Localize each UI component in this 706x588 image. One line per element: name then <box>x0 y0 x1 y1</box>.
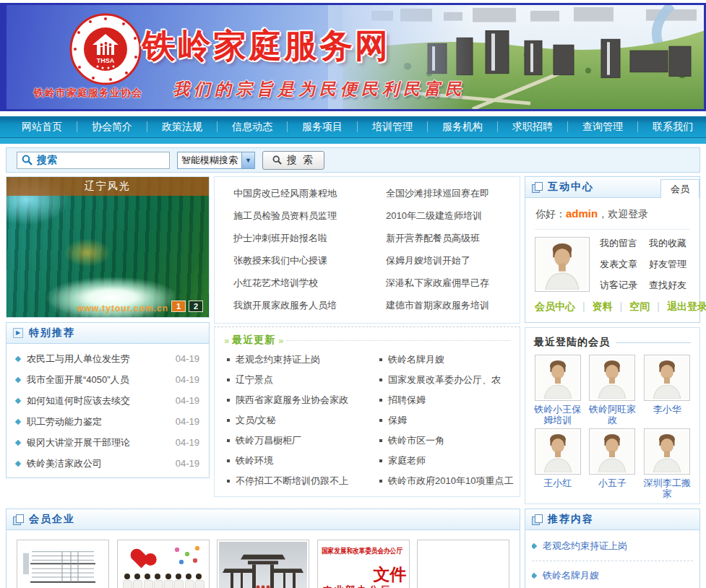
member-avatar[interactable] <box>589 428 635 475</box>
update-item[interactable]: 辽宁景点 <box>215 370 367 390</box>
update-item[interactable]: 铁岭环境 <box>215 451 367 471</box>
interact-center-header: 互动中心 会员 <box>525 177 699 198</box>
member-tab[interactable]: 会员 <box>660 179 699 198</box>
search-mode-select[interactable]: 智能模糊搜索 ▼ <box>177 152 255 169</box>
photo-slider[interactable]: 辽宁风光 www.tytour.com.cn 12 <box>6 176 210 318</box>
profile-link[interactable]: 我的留言 <box>600 237 637 250</box>
special-item[interactable]: 铁岭美洁家政公司 04-19 <box>7 453 209 474</box>
profile-link[interactable]: 我的收藏 <box>649 237 686 250</box>
special-item[interactable]: 银冈大讲堂开展干部理论 04-19 <box>7 432 209 453</box>
nav-item[interactable]: 联系我们 <box>638 121 706 132</box>
company-item[interactable]: 国家发展和改革委员会办公厅 农业部办公厅 文件 国家发展改革委办公 <box>317 540 410 588</box>
news-item[interactable]: 新开营养配餐员高级班 <box>367 227 520 249</box>
nav-item[interactable]: 查询管理 <box>568 121 638 132</box>
member-avatar[interactable] <box>535 428 581 475</box>
update-item[interactable]: 文员/文秘 <box>215 410 367 431</box>
member-name[interactable]: 铁岭小王保姆培训 <box>531 404 585 425</box>
account-action-link[interactable]: 资料 <box>575 301 613 314</box>
update-item[interactable]: 铁岭万昌橱柜厂 <box>215 431 367 451</box>
nav-item[interactable]: 服务机构 <box>428 121 498 132</box>
avatar-figure <box>591 357 633 399</box>
update-item[interactable]: 陕西省家庭服务业协会家政 <box>215 390 367 410</box>
nav-item[interactable]: 求职招聘 <box>498 121 568 132</box>
account-action-link[interactable]: 空间 <box>613 301 650 314</box>
square-bullet-icon <box>227 379 230 381</box>
update-item[interactable]: 铁岭名牌月嫂 <box>367 350 520 370</box>
org-name: 铁岭市家庭服务业协会 <box>34 87 142 100</box>
search-input[interactable] <box>37 155 165 166</box>
nav-item[interactable]: 服务项目 <box>288 121 358 132</box>
account-action-link[interactable]: 会员中心 <box>535 301 575 314</box>
member-item[interactable]: 铁岭阿旺家政 <box>586 355 640 425</box>
company-item[interactable]: 辽宁景点 <box>217 540 309 588</box>
recommended-item[interactable]: 老观念约束持证上岗 <box>532 532 693 561</box>
member-avatar[interactable] <box>644 355 690 401</box>
company-item[interactable]: 老观念约束持证上岗 <box>17 540 109 588</box>
profile-link[interactable]: 发表文章 <box>600 258 637 271</box>
member-item[interactable]: 小五子 <box>586 428 640 499</box>
update-item[interactable]: 保姆 <box>367 410 520 431</box>
special-item[interactable]: 职工劳动能力鉴定 04-19 <box>7 411 209 432</box>
member-avatar[interactable] <box>535 355 581 401</box>
news-item[interactable]: 深港私下家政雇佣早已存 <box>367 272 520 294</box>
nav-item[interactable]: 培训管理 <box>358 121 428 132</box>
update-item[interactable]: 老观念约束持证上岗 <box>215 350 367 370</box>
update-item[interactable]: 不停招工不断培训仍跟不上 <box>215 471 367 491</box>
profile-link[interactable]: 访客记录 <box>600 279 637 292</box>
member-avatar[interactable] <box>589 355 635 401</box>
update-item[interactable]: 家庭老师 <box>367 451 520 471</box>
news-item[interactable]: 全国沙滩排球巡回赛在即 <box>367 182 520 204</box>
recommended-item[interactable]: 铁岭名牌月嫂 <box>532 561 693 588</box>
news-item[interactable]: 施工员检验员资料员监理 <box>215 204 367 227</box>
username: admin <box>566 207 598 220</box>
news-item[interactable]: 护士冲刺班开始报名啦 <box>215 227 367 249</box>
news-item[interactable]: 我旗开展家政服务人员培 <box>215 294 367 316</box>
search-field[interactable] <box>17 152 170 169</box>
news-item[interactable]: 保姆月嫂培训开始了 <box>367 249 520 272</box>
recommended-panel: 推荐内容 老观念约束持证上岗 铁岭名牌月嫂 辽宁景点 国家发展改革委办公厅、农业… <box>525 509 700 588</box>
news-item[interactable]: 张教授来我们中心授课 <box>215 249 367 272</box>
member-name[interactable]: 铁岭阿旺家政 <box>586 404 640 425</box>
special-item[interactable]: 如何知道何时应该去续交 04-19 <box>7 390 209 411</box>
nav-item[interactable]: 信息动态 <box>218 121 288 132</box>
member-name[interactable]: 王小红 <box>531 477 585 488</box>
special-item[interactable]: 我市全面开展“4050”人员 04-19 <box>7 369 209 390</box>
news-item[interactable]: 建德市首期家政服务培训 <box>367 294 520 316</box>
update-item[interactable]: 国家发展改革委办公厅、农 <box>367 370 520 390</box>
member-item[interactable]: 铁岭小王保姆培训 <box>531 355 585 425</box>
nav-item[interactable]: 协会简介 <box>77 121 147 132</box>
slider-page-button[interactable]: 1 <box>171 301 186 312</box>
member-name[interactable]: 深圳李工搬家 <box>640 477 694 499</box>
account-action-link[interactable]: 退出登录 <box>650 301 706 314</box>
profile-link[interactable]: 查找好友 <box>649 279 686 292</box>
news-item[interactable]: 小红花艺术培训学校 <box>215 272 367 294</box>
square-bullet-icon <box>227 480 230 483</box>
member-item[interactable]: 深圳李工搬家 <box>640 428 694 499</box>
avatar-figure <box>646 357 688 399</box>
update-item[interactable]: 铁岭市政府2010年10项重点工 <box>367 471 520 491</box>
chevron-down-icon[interactable]: ▼ <box>241 152 254 168</box>
news-item[interactable]: 中国房改已经风雨兼程地 <box>215 182 367 204</box>
company-item[interactable]: 辽宁风光 <box>417 540 509 588</box>
member-item[interactable]: 李小华 <box>640 355 694 425</box>
member-avatar[interactable] <box>644 428 690 475</box>
update-item[interactable]: 招聘保姆 <box>367 390 520 410</box>
slider-page-button[interactable]: 2 <box>189 301 203 312</box>
diamond-bullet-icon <box>15 439 21 445</box>
search-button[interactable]: 搜 索 <box>262 151 324 170</box>
news-item[interactable]: 2010年二级建造师培训 <box>367 204 520 227</box>
company-item[interactable]: 铁岭名牌月嫂 <box>117 540 210 588</box>
red-doc-stamp: 文件 <box>374 563 407 586</box>
nav-item[interactable]: 政策法规 <box>147 121 218 132</box>
special-item[interactable]: 农民工与用人单位发生劳 04-19 <box>7 348 209 369</box>
update-item[interactable]: 铁岭市区一角 <box>367 431 520 451</box>
member-name[interactable]: 小五子 <box>586 477 640 488</box>
user-avatar[interactable] <box>535 237 590 292</box>
member-name[interactable]: 李小华 <box>640 404 694 415</box>
profile-link[interactable]: 好友管理 <box>649 258 686 271</box>
site-title: 铁岭家庭服务网 <box>142 24 390 69</box>
nav-item[interactable]: 网站首页 <box>7 121 77 132</box>
update-item-text: 老观念约束持证上岗 <box>236 353 320 366</box>
special-item-date: 04-19 <box>171 395 199 406</box>
member-item[interactable]: 王小红 <box>531 428 585 499</box>
